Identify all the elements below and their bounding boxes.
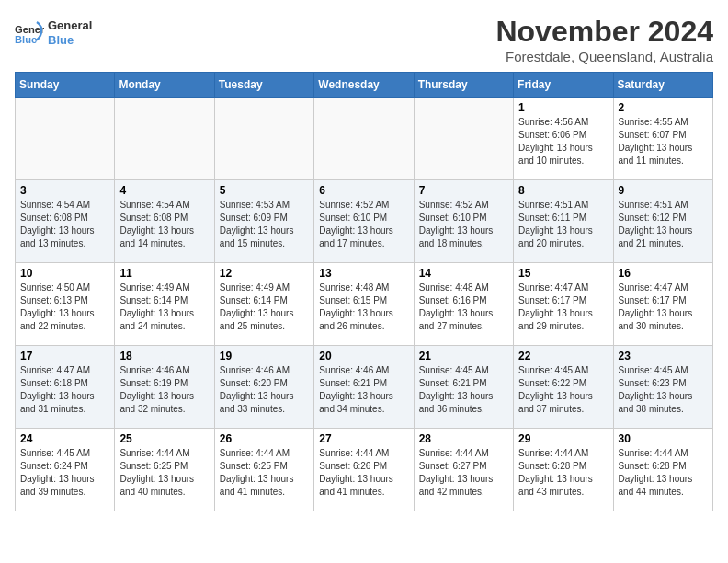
calendar-cell: 17Sunrise: 4:47 AM Sunset: 6:18 PM Dayli…: [16, 346, 115, 429]
day-number: 17: [20, 350, 109, 362]
day-info: Sunrise: 4:56 AM Sunset: 6:06 PM Dayligh…: [518, 116, 608, 167]
calendar-table: SundayMondayTuesdayWednesdayThursdayFrid…: [15, 72, 713, 511]
day-info: Sunrise: 4:54 AM Sunset: 6:08 PM Dayligh…: [20, 199, 109, 250]
day-number: 2: [619, 101, 708, 114]
day-info: Sunrise: 4:51 AM Sunset: 6:11 PM Dayligh…: [518, 199, 608, 250]
title-area: November 2024 Forestdale, Queensland, Au…: [495, 15, 713, 64]
day-number: 5: [220, 184, 309, 197]
day-number: 21: [419, 350, 508, 362]
day-info: Sunrise: 4:52 AM Sunset: 6:10 PM Dayligh…: [419, 199, 508, 250]
calendar-cell: 2Sunrise: 4:55 AM Sunset: 6:07 PM Daylig…: [613, 98, 712, 180]
col-header-monday: Monday: [115, 73, 214, 98]
calendar-cell: [414, 98, 513, 180]
day-info: Sunrise: 4:47 AM Sunset: 6:17 PM Dayligh…: [518, 282, 608, 333]
calendar-cell: 5Sunrise: 4:53 AM Sunset: 6:09 PM Daylig…: [214, 180, 313, 263]
col-header-tuesday: Tuesday: [214, 73, 313, 98]
calendar-cell: 28Sunrise: 4:44 AM Sunset: 6:27 PM Dayli…: [414, 429, 513, 511]
calendar-cell: 1Sunrise: 4:56 AM Sunset: 6:06 PM Daylig…: [514, 98, 613, 180]
day-number: 26: [220, 432, 309, 445]
day-info: Sunrise: 4:45 AM Sunset: 6:24 PM Dayligh…: [20, 447, 109, 499]
day-info: Sunrise: 4:48 AM Sunset: 6:16 PM Dayligh…: [419, 282, 508, 333]
calendar-cell: 11Sunrise: 4:49 AM Sunset: 6:14 PM Dayli…: [115, 263, 214, 346]
calendar-cell: 22Sunrise: 4:45 AM Sunset: 6:22 PM Dayli…: [514, 346, 613, 429]
day-number: 10: [20, 267, 109, 280]
day-number: 25: [119, 432, 209, 445]
day-info: Sunrise: 4:44 AM Sunset: 6:26 PM Dayligh…: [319, 447, 408, 499]
day-number: 22: [518, 350, 608, 362]
day-number: 12: [220, 267, 309, 280]
day-number: 23: [619, 350, 708, 362]
day-number: 4: [119, 184, 209, 197]
day-info: Sunrise: 4:44 AM Sunset: 6:25 PM Dayligh…: [220, 447, 309, 499]
day-number: 24: [20, 432, 109, 445]
calendar-cell: [314, 98, 414, 180]
day-number: 6: [319, 184, 408, 197]
page-subtitle: Forestdale, Queensland, Australia: [495, 49, 713, 64]
calendar-cell: [16, 98, 115, 180]
calendar-cell: 29Sunrise: 4:44 AM Sunset: 6:28 PM Dayli…: [514, 429, 613, 511]
calendar-cell: 16Sunrise: 4:47 AM Sunset: 6:17 PM Dayli…: [613, 263, 712, 346]
calendar-cell: 10Sunrise: 4:50 AM Sunset: 6:13 PM Dayli…: [16, 263, 115, 346]
day-info: Sunrise: 4:46 AM Sunset: 6:21 PM Dayligh…: [319, 364, 408, 416]
day-info: Sunrise: 4:45 AM Sunset: 6:22 PM Dayligh…: [518, 364, 608, 416]
day-info: Sunrise: 4:52 AM Sunset: 6:10 PM Dayligh…: [319, 199, 408, 250]
day-number: 30: [619, 432, 708, 445]
col-header-friday: Friday: [514, 73, 613, 98]
calendar-week-4: 17Sunrise: 4:47 AM Sunset: 6:18 PM Dayli…: [16, 346, 713, 429]
calendar-cell: [115, 98, 214, 180]
day-number: 27: [319, 432, 408, 445]
day-number: 28: [419, 432, 508, 445]
calendar-cell: 9Sunrise: 4:51 AM Sunset: 6:12 PM Daylig…: [613, 180, 712, 263]
calendar-cell: 15Sunrise: 4:47 AM Sunset: 6:17 PM Dayli…: [514, 263, 613, 346]
day-info: Sunrise: 4:44 AM Sunset: 6:28 PM Dayligh…: [518, 447, 608, 499]
calendar-cell: [214, 98, 313, 180]
calendar-week-2: 3Sunrise: 4:54 AM Sunset: 6:08 PM Daylig…: [16, 180, 713, 263]
col-header-sunday: Sunday: [16, 73, 115, 98]
calendar-header: SundayMondayTuesdayWednesdayThursdayFrid…: [16, 73, 713, 98]
calendar-cell: 21Sunrise: 4:45 AM Sunset: 6:21 PM Dayli…: [414, 346, 513, 429]
calendar-cell: 6Sunrise: 4:52 AM Sunset: 6:10 PM Daylig…: [314, 180, 414, 263]
logo-text-line2: Blue: [48, 33, 92, 48]
calendar-week-1: 1Sunrise: 4:56 AM Sunset: 6:06 PM Daylig…: [16, 98, 713, 180]
calendar-week-5: 24Sunrise: 4:45 AM Sunset: 6:24 PM Dayli…: [16, 429, 713, 511]
day-info: Sunrise: 4:44 AM Sunset: 6:28 PM Dayligh…: [619, 447, 708, 499]
day-info: Sunrise: 4:44 AM Sunset: 6:27 PM Dayligh…: [419, 447, 508, 499]
calendar-cell: 7Sunrise: 4:52 AM Sunset: 6:10 PM Daylig…: [414, 180, 513, 263]
day-info: Sunrise: 4:54 AM Sunset: 6:08 PM Dayligh…: [119, 199, 209, 250]
day-number: 19: [220, 350, 309, 362]
header: General Blue General Blue November 2024 …: [15, 15, 713, 64]
logo-text-line1: General: [48, 18, 92, 33]
calendar-cell: 4Sunrise: 4:54 AM Sunset: 6:08 PM Daylig…: [115, 180, 214, 263]
day-info: Sunrise: 4:46 AM Sunset: 6:19 PM Dayligh…: [119, 364, 209, 416]
day-number: 29: [518, 432, 608, 445]
day-number: 15: [518, 267, 608, 280]
day-info: Sunrise: 4:51 AM Sunset: 6:12 PM Dayligh…: [619, 199, 708, 250]
day-info: Sunrise: 4:44 AM Sunset: 6:25 PM Dayligh…: [119, 447, 209, 499]
day-info: Sunrise: 4:47 AM Sunset: 6:17 PM Dayligh…: [619, 282, 708, 333]
calendar-cell: 8Sunrise: 4:51 AM Sunset: 6:11 PM Daylig…: [514, 180, 613, 263]
calendar-cell: 30Sunrise: 4:44 AM Sunset: 6:28 PM Dayli…: [613, 429, 712, 511]
day-number: 14: [419, 267, 508, 280]
day-number: 13: [319, 267, 408, 280]
day-number: 11: [119, 267, 209, 280]
col-header-saturday: Saturday: [613, 73, 712, 98]
calendar-cell: 14Sunrise: 4:48 AM Sunset: 6:16 PM Dayli…: [414, 263, 513, 346]
day-number: 3: [20, 184, 109, 197]
page-title: November 2024: [495, 15, 713, 49]
calendar-cell: 3Sunrise: 4:54 AM Sunset: 6:08 PM Daylig…: [16, 180, 115, 263]
day-info: Sunrise: 4:46 AM Sunset: 6:20 PM Dayligh…: [220, 364, 309, 416]
calendar-cell: 23Sunrise: 4:45 AM Sunset: 6:23 PM Dayli…: [613, 346, 712, 429]
calendar-cell: 27Sunrise: 4:44 AM Sunset: 6:26 PM Dayli…: [314, 429, 414, 511]
calendar-cell: 18Sunrise: 4:46 AM Sunset: 6:19 PM Dayli…: [115, 346, 214, 429]
day-info: Sunrise: 4:49 AM Sunset: 6:14 PM Dayligh…: [220, 282, 309, 333]
day-number: 1: [518, 101, 608, 114]
day-info: Sunrise: 4:49 AM Sunset: 6:14 PM Dayligh…: [119, 282, 209, 333]
logo-icon: General Blue: [15, 18, 44, 48]
day-info: Sunrise: 4:53 AM Sunset: 6:09 PM Dayligh…: [220, 199, 309, 250]
col-header-wednesday: Wednesday: [314, 73, 414, 98]
calendar-cell: 12Sunrise: 4:49 AM Sunset: 6:14 PM Dayli…: [214, 263, 313, 346]
day-info: Sunrise: 4:48 AM Sunset: 6:15 PM Dayligh…: [319, 282, 408, 333]
logo: General Blue General Blue: [15, 18, 92, 48]
calendar-cell: 20Sunrise: 4:46 AM Sunset: 6:21 PM Dayli…: [314, 346, 414, 429]
calendar-cell: 25Sunrise: 4:44 AM Sunset: 6:25 PM Dayli…: [115, 429, 214, 511]
